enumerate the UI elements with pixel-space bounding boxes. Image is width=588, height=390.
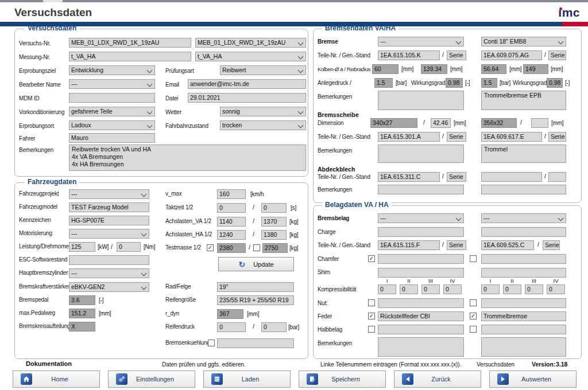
achslast-ha-2-field[interactable]: 1380 — [261, 230, 287, 240]
anlegedruck-va-field[interactable]: 1.5 — [374, 78, 393, 88]
komp-ha-4-field[interactable]: 0 — [547, 284, 565, 294]
bemerkungen-scheibe-ha-textarea[interactable]: Trommel — [481, 145, 566, 163]
teile-nr-ha-field[interactable]: 1EA.609.075.AG — [481, 50, 542, 60]
rdyn-field[interactable]: 367 — [217, 309, 243, 319]
bremsenkuehlung-field[interactable] — [217, 338, 294, 348]
shim-ha-field[interactable] — [481, 268, 566, 278]
versuchs-nr-field[interactable]: MEB_01_LDX_RWD_1K_19zAU — [69, 38, 191, 48]
bremsenkuehlung-checkbox[interactable] — [208, 340, 215, 346]
gen-stand-va-field[interactable]: Serie — [447, 50, 466, 60]
max-pedalweg-field[interactable]: 151.2 — [69, 309, 95, 318]
chamfer-ha-field[interactable] — [481, 254, 566, 264]
scheibe-teile-ha-field[interactable]: 1EA.609.617.E — [481, 132, 542, 142]
bemerkungen-scheibe-va-textarea[interactable] — [378, 145, 464, 163]
achslast-ha-1-field[interactable]: 1240 — [217, 230, 246, 240]
versuchs-nr-select[interactable]: MEB_01_LDX_RWD_1K_19zAU — [195, 38, 306, 48]
bremse-ha-select[interactable]: Conti 18" EMB8 — [481, 37, 566, 46]
chamfer-va-checkbox[interactable]: ✓ — [368, 255, 375, 262]
update-button[interactable]: ↻Update — [218, 257, 294, 271]
anlegedruck-ha-field[interactable]: 1.5 — [481, 78, 497, 88]
komp-ha-2-field[interactable]: 0 — [503, 284, 521, 294]
bemerkungen-belag-va-textarea[interactable] — [378, 337, 464, 357]
kennzeichen-field[interactable]: HG-SP007E — [69, 216, 149, 225]
bearbeiter-name-select[interactable]: --- — [69, 79, 155, 89]
chamfer-va-field[interactable] — [378, 254, 464, 264]
halbbelag-ha-checkbox[interactable] — [470, 326, 477, 333]
esc-softwarestand-field[interactable] — [69, 255, 149, 265]
vmax-field[interactable]: 160 — [217, 189, 246, 199]
bemerkungen-abdeck-ha-field[interactable] — [481, 185, 566, 194]
testmasse-2-checkbox[interactable] — [253, 244, 260, 251]
feder-va-checkbox[interactable]: ✓ — [368, 313, 375, 319]
nut-ha-field[interactable] — [481, 298, 566, 308]
belag-serie-ha-field[interactable]: Serie — [543, 240, 560, 250]
laden-button[interactable]: Laden — [203, 370, 291, 388]
halbbelag-va-field[interactable] — [378, 325, 464, 334]
pruefungsart-select[interactable]: Reibwert — [220, 65, 306, 75]
achslast-va-2-field[interactable]: 1370 — [261, 217, 287, 227]
scheibe-dicke-ha-field[interactable] — [531, 118, 548, 128]
erprobungsort-select[interactable]: Ladoux — [69, 120, 155, 130]
scheibe-serie-va-field[interactable]: Serie — [447, 132, 466, 142]
messung-nr-select[interactable]: t_VA_HA — [195, 52, 306, 61]
feder-ha-field[interactable]: Trommelbremse — [481, 311, 566, 321]
charge-va-field[interactable] — [378, 227, 464, 237]
abdeck-serie-va-field[interactable]: Serie — [447, 172, 466, 182]
nut-va-field[interactable] — [378, 298, 464, 308]
bremsbelag-ha-select[interactable]: --- — [481, 213, 566, 223]
wirkungsgrad-ha-field[interactable]: 0.98 — [547, 78, 563, 88]
komp-ha-3-field[interactable]: 0 — [525, 284, 543, 294]
home-button[interactable]: Home — [13, 370, 100, 388]
messung-nr-field[interactable]: t_VA_HA — [69, 52, 191, 61]
auswerten-button[interactable]: Auswerten — [489, 370, 577, 388]
fahrzeugprojekt-select[interactable]: --- — [69, 189, 149, 199]
komp-va-1-field[interactable]: 0 — [378, 284, 396, 294]
teile-nr-va-field[interactable]: 1EA.615.105.K — [378, 50, 440, 60]
reifendruck-2-field[interactable]: 0 — [261, 322, 287, 332]
taktzeit-2-field[interactable]: 0 — [261, 203, 287, 213]
testmasse-1-field[interactable]: 2380 — [217, 243, 246, 253]
motorisierung-select[interactable]: --- — [69, 229, 149, 239]
vorkonditionierung-select[interactable]: gefahrene Teile — [69, 107, 155, 116]
kolben-va-field[interactable]: 60 — [372, 64, 399, 74]
leistung-field[interactable]: 125 — [69, 242, 95, 252]
belag-serie-va-field[interactable]: Serie — [447, 240, 466, 250]
komp-va-3-field[interactable]: 0 — [421, 284, 440, 294]
nut-ha-checkbox[interactable] — [470, 299, 477, 306]
komp-va-2-field[interactable]: 0 — [400, 284, 418, 294]
abdeck-serie-ha-field[interactable] — [548, 172, 566, 182]
email-field[interactable]: anwender@imc-tm.de — [188, 79, 306, 89]
feder-ha-checkbox[interactable]: ✓ — [470, 313, 477, 319]
nut-va-checkbox[interactable] — [368, 299, 375, 306]
belag-teile-va-field[interactable]: 1EA.615.115.F — [378, 240, 440, 250]
halbbelag-ha-field[interactable] — [481, 325, 566, 334]
drehmoment-field[interactable]: 0 — [117, 242, 141, 252]
mdm-id-field[interactable] — [69, 93, 155, 103]
wetter-select[interactable]: sonnig — [220, 107, 306, 116]
komp-ha-1-field[interactable]: 0 — [481, 284, 500, 294]
bemerkungen-versuch-textarea[interactable]: Reibwerte trocken VA und HA 4x VA Bremsu… — [69, 145, 306, 171]
komp-va-4-field[interactable]: 0 — [443, 284, 462, 294]
gen-stand-ha-field[interactable]: Serie — [548, 50, 566, 60]
reibradius-va-field[interactable]: 139.34 — [421, 64, 447, 74]
chamfer-ha-checkbox[interactable] — [470, 255, 477, 262]
scheibe-teile-va-field[interactable]: 1EA.615.301.A — [378, 132, 440, 142]
bemerkungen-abdeck-va-field[interactable] — [378, 185, 464, 194]
taktzeit-1-field[interactable]: 0 — [217, 203, 246, 213]
bremskraftverstaerker-select[interactable]: eBKV-GEN2 — [69, 282, 149, 292]
achslast-va-1-field[interactable]: 1140 — [217, 217, 246, 227]
shim-va-field[interactable] — [378, 268, 464, 278]
speichern-button[interactable]: Speichern — [299, 370, 386, 388]
kolben-ha-field[interactable]: 56.64 — [481, 64, 506, 74]
einstellungen-button[interactable]: Einstellungen — [108, 370, 195, 388]
fahrzeugmodel-field[interactable]: TEST Farzeug Model — [69, 202, 149, 212]
bemerkungen-belag-ha-textarea[interactable] — [481, 337, 566, 357]
scheibe-dimension-va-field[interactable]: 340x27 — [370, 118, 417, 128]
bemerkungen-bremse-va-textarea[interactable] — [378, 91, 464, 110]
belag-teile-ha-field[interactable]: 1EA.609.525.C — [481, 240, 534, 250]
scheibe-serie-ha-field[interactable]: Serie — [548, 132, 566, 142]
reibradius-ha-field[interactable]: 149 — [523, 64, 548, 74]
reifendruck-1-field[interactable]: 0 — [217, 322, 246, 332]
datei-field[interactable]: 29.01.2021 — [188, 93, 306, 103]
charge-ha-field[interactable] — [481, 227, 566, 237]
